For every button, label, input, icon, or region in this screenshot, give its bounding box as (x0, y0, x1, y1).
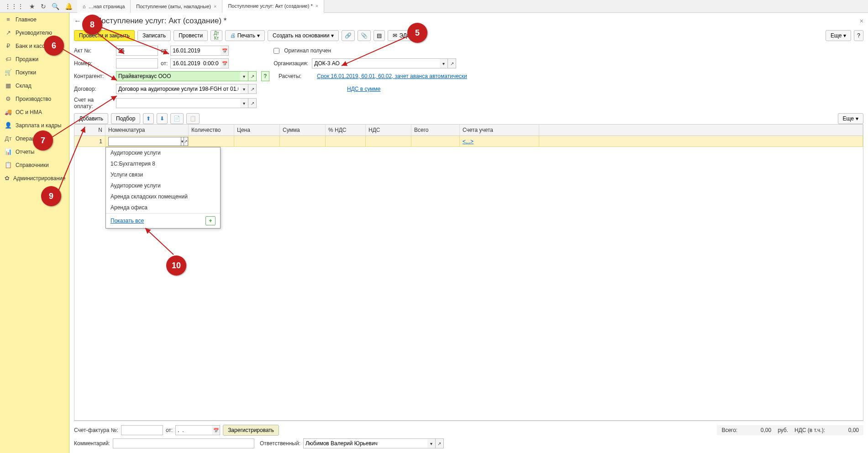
sidebar-item-main[interactable]: ≡Главное (0, 13, 69, 26)
dropdown-item[interactable]: Аудиторские услуги (106, 180, 220, 191)
post-close-button[interactable]: Провести и закрыть (74, 30, 135, 41)
invoice-input[interactable] (116, 98, 240, 108)
table-row[interactable]: 1 ▾ ↗ <...> (74, 136, 863, 147)
star-icon[interactable]: ★ (29, 3, 35, 10)
post-button[interactable]: Провести (174, 30, 208, 41)
cell-accounts[interactable]: <...> (460, 136, 539, 147)
cell-nds[interactable] (366, 136, 411, 147)
back-icon[interactable]: ← (74, 17, 81, 25)
sidebar-item-reports[interactable]: 📊Отчеты (0, 145, 69, 158)
number-date-input[interactable] (170, 58, 221, 68)
chevron-down-icon: ▾ (856, 115, 858, 122)
hint-button[interactable]: ? (261, 71, 269, 81)
cell-sum[interactable] (280, 136, 326, 147)
responsible-input[interactable] (303, 438, 427, 448)
apps-icon[interactable]: ⋮⋮⋮ (5, 3, 24, 10)
dt-kt-button[interactable]: ДтКт (210, 30, 222, 41)
calc-link[interactable]: Срок 16.01.2019, 60.01, 60.02, зачет ава… (317, 73, 467, 79)
nds-value: 0,00 (831, 427, 859, 433)
bell-icon[interactable]: 🔔 (65, 3, 73, 10)
act-no-input[interactable] (116, 46, 158, 56)
sidebar-item-assets[interactable]: 🚚ОС и НМА (0, 105, 69, 119)
annotation-badge-10: 10 (166, 255, 186, 276)
dropdown-item[interactable]: Услуги связи (106, 169, 220, 180)
org-input[interactable] (312, 58, 440, 68)
cell-nds-pct[interactable] (326, 136, 366, 147)
cell-qty[interactable] (189, 136, 234, 147)
counterparty-input[interactable] (116, 71, 240, 81)
col-nds-pct: % НДС (326, 125, 366, 135)
open-icon[interactable]: ↗ (436, 438, 444, 448)
open-icon[interactable]: ↗ (248, 71, 257, 81)
structure-button[interactable]: ▤ (374, 30, 385, 41)
sf-no-input[interactable] (121, 425, 163, 435)
table-body: 1 ▾ ↗ <...> (74, 136, 863, 420)
move-up-button[interactable]: ⬆ (143, 113, 154, 124)
add-icon[interactable]: + (205, 216, 216, 225)
print-button[interactable]: 🖨 Печать ▾ (225, 30, 265, 41)
history-icon[interactable]: ↻ (41, 3, 46, 10)
close-page-icon[interactable]: × (860, 17, 863, 25)
link-button[interactable]: 🔗 (342, 30, 355, 41)
original-received-checkbox[interactable] (274, 48, 279, 54)
nds-link[interactable]: НДС в сумме (347, 86, 381, 92)
chevron-down-icon[interactable]: ▾ (240, 98, 248, 108)
more-button[interactable]: Еще ▾ (826, 30, 851, 41)
open-icon[interactable]: ↗ (248, 84, 257, 94)
move-down-button[interactable]: ⬇ (157, 113, 168, 124)
act-date-input[interactable] (170, 46, 221, 56)
calendar-icon[interactable]: 📅 (212, 425, 220, 435)
sidebar-item-production[interactable]: ⚙Производство (0, 92, 69, 105)
tab-current[interactable]: Поступление услуг: Акт (создание) * × (222, 0, 324, 13)
show-all-link[interactable]: Показать все (110, 218, 144, 224)
copy-button[interactable]: 📄 (170, 113, 184, 124)
tab-home[interactable]: ⌂ …ная страница (77, 0, 131, 13)
open-icon[interactable]: ↗ (448, 58, 456, 68)
chevron-down-icon[interactable]: ▾ (240, 71, 248, 81)
close-icon[interactable]: × (214, 4, 216, 9)
pick-button[interactable]: Подбор (111, 113, 140, 124)
contract-input[interactable] (116, 84, 240, 94)
chevron-down-icon[interactable]: ▾ (240, 84, 248, 94)
sidebar-item-salary[interactable]: 👤Зарплата и кадры (0, 119, 69, 132)
help-button[interactable]: ? (854, 30, 863, 41)
sidebar-label: ОС и НМА (16, 109, 42, 115)
open-icon[interactable]: ↗ (184, 137, 188, 146)
dropdown-item[interactable]: Аренда офиса (106, 202, 220, 213)
sidebar-item-purchases[interactable]: 🛒Покупки (0, 66, 69, 79)
dropdown-item[interactable]: 1С:Бухгалтерия 8 (106, 158, 220, 169)
cell-total[interactable] (411, 136, 460, 147)
table-more-button[interactable]: Еще ▾ (838, 113, 863, 124)
close-icon[interactable]: × (316, 3, 318, 9)
col-nds: НДС (366, 125, 411, 135)
chevron-down-icon[interactable]: ▾ (440, 58, 448, 68)
cell-nomenclature[interactable]: ▾ ↗ (105, 136, 189, 147)
cell-price[interactable] (234, 136, 280, 147)
sidebar-item-catalogs[interactable]: 📋Справочники (0, 158, 69, 172)
open-icon[interactable]: ↗ (248, 98, 257, 108)
nomenclature-dropdown: Аудиторские услуги 1С:Бухгалтерия 8 Услу… (105, 147, 221, 229)
annotation-badge-9: 9 (41, 186, 61, 206)
add-row-button[interactable]: Добавить (74, 113, 108, 124)
dropdown-item[interactable]: Аудиторские услуги (106, 147, 220, 158)
dropdown-item[interactable]: Аренда складских помещений (106, 191, 220, 202)
calendar-icon[interactable]: 📅 (221, 58, 229, 68)
tab-receipts[interactable]: Поступление (акты, накладные) × (131, 0, 222, 13)
save-button[interactable]: Записать (137, 30, 171, 41)
comment-input[interactable] (113, 438, 254, 448)
sf-date-input[interactable] (175, 425, 212, 435)
top-bar: ⋮⋮⋮ ★ ↻ 🔍 🔔 ⌂ …ная страница Поступление … (0, 0, 868, 13)
attach-button[interactable]: 📎 (358, 30, 371, 41)
create-based-button[interactable]: Создать на основании ▾ (268, 30, 339, 41)
accounts-link[interactable]: <...> (463, 138, 473, 145)
sidebar-item-warehouse[interactable]: ▦Склад (0, 79, 69, 92)
table-header: N Номенклатура Количество Цена Сумма % Н… (74, 125, 863, 136)
nomenclature-input[interactable] (108, 137, 181, 146)
register-button[interactable]: Зарегистрировать (223, 425, 279, 436)
sidebar-item-admin[interactable]: ✿Администрирование (0, 172, 69, 185)
search-icon[interactable]: 🔍 (52, 3, 59, 10)
number-input[interactable] (116, 58, 158, 68)
calendar-icon[interactable]: 📅 (221, 46, 229, 56)
chevron-down-icon[interactable]: ▾ (427, 438, 436, 448)
paste-button[interactable]: 📋 (186, 113, 200, 124)
